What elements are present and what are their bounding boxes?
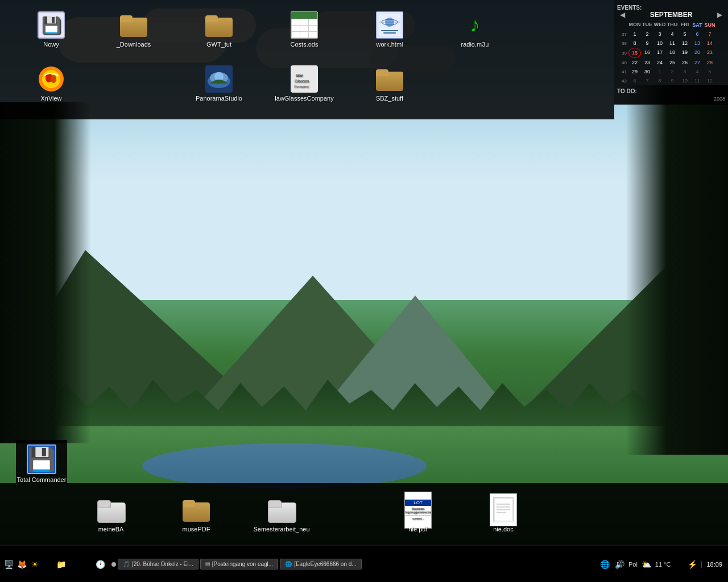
cal-day-18[interactable]: 18	[666, 48, 679, 58]
bottom-icon-semesterarbeit[interactable]: Semesterarbeit_neu	[253, 496, 310, 533]
desktop-icon-downloads[interactable]: _Downloads	[105, 11, 162, 48]
bottom-icon-label: musePDF	[183, 526, 210, 533]
svg-text:Company: Company	[294, 85, 309, 88]
desktop-icon-sbz[interactable]: SBZ_stuff	[361, 65, 418, 102]
cal-day-oct-1[interactable]: 1	[653, 67, 666, 76]
cal-day-24[interactable]: 24	[653, 58, 666, 67]
taskbar-icon-grid[interactable]: ⊞	[81, 559, 93, 570]
cal-day-oct-4[interactable]: 4	[691, 67, 704, 76]
cal-day-oct-9[interactable]: 9	[666, 76, 679, 85]
cal-day-21[interactable]: 21	[704, 48, 716, 58]
desktop-icon-work-html[interactable]: work.html	[361, 11, 418, 48]
cal-day-25[interactable]: 25	[666, 58, 679, 67]
calendar-grid: MON TUE WED THU FRI SAT SUN 37 1 2 3 4 5…	[617, 20, 725, 85]
cal-day-4[interactable]: 4	[666, 30, 679, 39]
cal-day-oct-3[interactable]: 3	[679, 67, 691, 76]
cal-day-11[interactable]: 11	[666, 39, 679, 48]
desktop-icon-nowy[interactable]: 💾 Nowy	[23, 11, 80, 48]
cal-day-14[interactable]: 14	[704, 39, 716, 48]
bottom-icon-musePDF[interactable]: musePDF	[168, 496, 225, 533]
calendar-widget: EVENTS: ◀ SEPTEMBER ▶ MON TUE WED THU FR…	[614, 0, 728, 105]
desktop-icon-costs[interactable]: Costs.ods	[276, 11, 333, 48]
tray-icon-shield[interactable]: 🛡	[586, 560, 596, 569]
total-commander-icon[interactable]: 💾 Total Commander	[16, 440, 67, 483]
cal-day-6[interactable]: 6	[691, 30, 704, 39]
cal-day-7[interactable]: 7	[704, 30, 716, 39]
calendar-month-label: SEPTEMBER	[628, 11, 714, 19]
cal-day-9[interactable]: 9	[641, 39, 653, 48]
cal-header-fri: FRI	[679, 20, 691, 30]
cal-header-tue: TUE	[641, 20, 653, 30]
cal-day-29[interactable]: 29	[628, 67, 641, 76]
cal-day-2[interactable]: 2	[641, 30, 653, 39]
clock-time: 18:09	[706, 561, 722, 568]
desktop-icon-label: Costs.ods	[291, 41, 318, 48]
desktop-icon-xnview[interactable]: XnView	[23, 65, 80, 102]
taskbar-icon-cmd[interactable]: ⌨	[42, 559, 53, 570]
cal-day-3[interactable]: 3	[653, 30, 666, 39]
cal-day-oct-10[interactable]: 10	[679, 76, 691, 85]
cal-day-oct-6[interactable]: 6	[628, 76, 641, 85]
cal-day-12[interactable]: 12	[679, 39, 691, 48]
cal-day-1[interactable]: 1	[628, 30, 641, 39]
cal-day-22[interactable]: 22	[628, 58, 641, 67]
task-label-mail: [Posteingang von eagl...	[212, 561, 273, 567]
cal-day-15-today[interactable]: 15	[628, 48, 641, 58]
cal-day-13[interactable]: 13	[691, 39, 704, 48]
cal-day-16[interactable]: 16	[641, 48, 653, 58]
bottom-icon-niedoc[interactable]: nie.doc	[475, 496, 532, 533]
cal-day-19[interactable]: 19	[679, 48, 691, 58]
semesterarbeit-icon	[268, 496, 295, 523]
tray-icon-power[interactable]: ⚡	[686, 560, 698, 569]
tray-icon-net[interactable]: 🌐	[599, 560, 611, 569]
cal-day-oct-11[interactable]: 11	[691, 76, 704, 85]
tray-icon-vol[interactable]: 🔊	[614, 560, 626, 569]
cal-day-27[interactable]: 27	[691, 58, 704, 67]
week-num-37: 37	[617, 30, 628, 39]
cal-day-17[interactable]: 17	[653, 48, 666, 58]
tray-icon-eye[interactable]: 👁	[573, 560, 583, 569]
cal-day-23[interactable]: 23	[641, 58, 653, 67]
bottom-icon-label: nie.pdf	[408, 526, 427, 533]
cal-day-8[interactable]: 8	[628, 39, 641, 48]
cal-day-20[interactable]: 20	[691, 48, 704, 58]
task-button-music[interactable]: 🎵 [20. Böhse Onkelz - Ei...	[118, 559, 198, 569]
bottom-icon-meineBA[interactable]: meineBA	[82, 496, 139, 533]
cal-day-oct-2[interactable]: 2	[666, 67, 679, 76]
meineba-icon	[97, 496, 125, 523]
taskbar-icon-folder[interactable]: 📁	[55, 559, 67, 570]
tray-icon-weather[interactable]: ⛅	[640, 560, 652, 569]
cal-day-oct-12[interactable]: 12	[704, 76, 716, 85]
taskbar-icon-arrow[interactable]: 🖥️	[3, 559, 14, 570]
task-label-music: [20. Böhse Onkelz - Ei...	[132, 561, 193, 567]
desktop-icon-gwt-tut[interactable]: GWT_tut	[191, 11, 247, 48]
taskbar-icon-sun[interactable]: ☀	[29, 559, 40, 570]
commander-label: Total Commander	[17, 476, 67, 483]
events-label: EVENTS:	[617, 5, 725, 11]
cal-day-30[interactable]: 30	[641, 67, 653, 76]
cal-day-10[interactable]: 10	[653, 39, 666, 48]
task-button-web[interactable]: 🌐 [EagleEye666666 on d...	[280, 559, 362, 569]
calendar-prev-button[interactable]: ◀	[617, 11, 628, 19]
desktop-icon-lawglasses[interactable]: law Glasses Company lawGlassesCompany	[276, 65, 333, 102]
cal-day-5[interactable]: 5	[679, 30, 691, 39]
taskbar-clock[interactable]: 18:09	[701, 561, 722, 568]
cal-day-28[interactable]: 28	[704, 58, 716, 67]
tray-icon-monitor[interactable]: 🖥	[673, 560, 684, 569]
taskbar-icon-clock[interactable]: 🕐	[94, 559, 106, 570]
taskbar-icon-firefox[interactable]: 🦊	[16, 559, 27, 570]
year-label: 2008	[617, 96, 725, 102]
cal-day-oct-5[interactable]: 5	[704, 67, 716, 76]
cal-day-26[interactable]: 26	[679, 58, 691, 67]
cal-day-oct-7[interactable]: 7	[641, 76, 653, 85]
cal-day-oct-8[interactable]: 8	[653, 76, 666, 85]
calendar-next-button[interactable]: ▶	[714, 11, 725, 19]
desktop-icon-radio[interactable]: ♪ radio.m3u	[446, 11, 503, 48]
taskbar-icon-settings[interactable]: ⚙	[68, 559, 80, 570]
desktop-icon-label: XnView	[40, 95, 61, 102]
desktop-icon-panorama[interactable]: PanoramaStudio	[191, 65, 247, 102]
bottom-icon-niepdf[interactable]: LOT Studenten Flugzeuggemeinschaft conte…	[390, 496, 446, 533]
cal-header-sun: SUN	[704, 20, 716, 30]
svg-point-9	[51, 75, 56, 83]
task-button-mail[interactable]: ✉ [Posteingang von eagl...	[200, 559, 278, 569]
